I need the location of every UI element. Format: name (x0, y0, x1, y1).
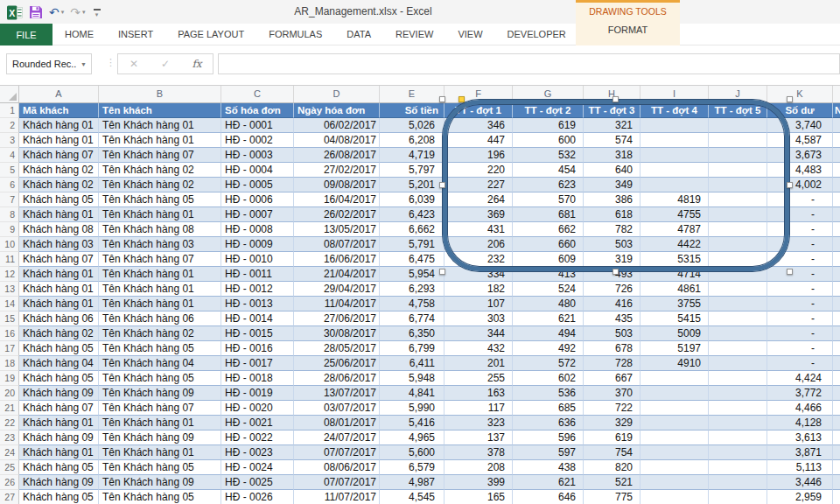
cell[interactable]: Khách hàng 07 (19, 252, 99, 267)
cell[interactable]: 09/08/2017 (294, 178, 380, 192)
cell[interactable] (709, 326, 767, 341)
cell[interactable]: 685 (513, 401, 584, 416)
cell[interactable]: 597 (513, 445, 584, 460)
cell[interactable]: HĐ - 0021 (221, 416, 294, 430)
cell[interactable]: 06/02/2017 (294, 118, 380, 133)
cell-clipped[interactable] (833, 445, 840, 460)
cell[interactable]: 621 (513, 312, 584, 326)
cell[interactable]: Tên Khách hàng 06 (99, 312, 221, 326)
tab-home[interactable]: HOME (52, 24, 106, 45)
row-header-14[interactable]: 14 (0, 297, 19, 312)
cell[interactable] (709, 475, 767, 490)
cell[interactable]: 29/04/2017 (294, 282, 380, 297)
tab-view[interactable]: VIEW (445, 24, 494, 45)
row-header-19[interactable]: 19 (0, 371, 19, 386)
cell[interactable]: 208 (444, 460, 513, 475)
cell[interactable]: Tên Khách hàng 04 (99, 356, 221, 371)
cell[interactable]: 11/07/2017 (294, 490, 380, 504)
cell[interactable]: 13/07/2017 (294, 386, 380, 401)
rounded-rectangle-shape[interactable] (443, 100, 789, 271)
cell[interactable]: Khách hàng 01 (19, 416, 99, 430)
cell[interactable]: Tên Khách hàng 01 (99, 416, 221, 430)
cell[interactable]: Khách hàng 05 (19, 460, 99, 475)
cell[interactable]: HĐ - 0024 (221, 460, 294, 475)
cell[interactable]: 26/02/2017 (294, 207, 380, 222)
cell-clipped[interactable] (833, 118, 840, 133)
cell-clipped[interactable] (833, 282, 840, 297)
cell[interactable]: Khách hàng 07 (19, 148, 99, 163)
cell[interactable]: 4,424 (767, 371, 833, 386)
undo-dropdown-icon[interactable]: ▾ (61, 9, 65, 16)
cell[interactable]: 255 (444, 371, 513, 386)
cell[interactable]: 27/02/2017 (294, 163, 380, 178)
header-cell[interactable]: Tên khách (99, 103, 221, 118)
cell[interactable] (640, 475, 709, 490)
cell[interactable]: Khách hàng 06 (19, 312, 99, 326)
cell[interactable]: 3,613 (767, 430, 833, 445)
cell[interactable]: 163 (444, 386, 513, 401)
cell[interactable]: 182 (444, 282, 513, 297)
select-all-button[interactable] (0, 86, 19, 102)
cell-clipped[interactable] (833, 148, 840, 163)
cell[interactable]: Khách hàng 02 (19, 326, 99, 341)
cell[interactable]: 4,128 (767, 416, 833, 430)
cell-clipped[interactable] (833, 341, 840, 356)
tab-file[interactable]: FILE (0, 24, 52, 46)
cell[interactable]: Tên Khách hàng 05 (99, 192, 221, 207)
cell[interactable] (640, 386, 709, 401)
cell[interactable]: HĐ - 0002 (221, 133, 294, 148)
cell-clipped[interactable] (833, 386, 840, 401)
cell[interactable]: Khách hàng 04 (19, 356, 99, 371)
cell-clipped[interactable] (833, 312, 840, 326)
row-header-20[interactable]: 20 (0, 386, 19, 401)
cell[interactable] (709, 356, 767, 371)
cell[interactable]: 5009 (640, 326, 709, 341)
cell[interactable]: 329 (584, 416, 640, 430)
cell[interactable]: 5,954 (380, 267, 444, 282)
column-header-C[interactable]: C (221, 86, 294, 102)
cell[interactable]: 13/05/2017 (294, 222, 380, 237)
cell[interactable]: Khách hàng 03 (19, 237, 99, 252)
cell-clipped[interactable] (833, 207, 840, 222)
cell[interactable]: Khách hàng 02 (19, 163, 99, 178)
cell[interactable]: 24/07/2017 (294, 430, 380, 445)
cell[interactable]: 728 (584, 356, 640, 371)
handle-mid-right[interactable] (787, 182, 793, 188)
cell[interactable]: - (767, 282, 833, 297)
cell[interactable]: 602 (513, 371, 584, 386)
cell-clipped[interactable] (833, 401, 840, 416)
cell[interactable]: Tên Khách hàng 01 (99, 118, 221, 133)
cell[interactable]: Tên Khách hàng 05 (99, 341, 221, 356)
cell[interactable]: Tên Khách hàng 01 (99, 297, 221, 312)
cell[interactable]: Khách hàng 08 (19, 222, 99, 237)
cell[interactable]: 30/08/2017 (294, 326, 380, 341)
column-header-clipped[interactable] (833, 86, 840, 102)
cell[interactable]: 28/05/2017 (294, 341, 380, 356)
cell[interactable]: 4,466 (767, 401, 833, 416)
cell[interactable]: Khách hàng 05 (19, 490, 99, 504)
name-box[interactable]: Rounded Rec... ▼ (6, 53, 92, 74)
cell[interactable]: 521 (584, 475, 640, 490)
cell[interactable]: Khách hàng 01 (19, 445, 99, 460)
cell[interactable]: HĐ - 0023 (221, 445, 294, 460)
cell[interactable]: 480 (513, 297, 584, 312)
cell[interactable]: 5,948 (380, 371, 444, 386)
cell[interactable]: Tên Khách hàng 02 (99, 326, 221, 341)
cell[interactable]: 5,600 (380, 445, 444, 460)
cell[interactable]: 08/06/2017 (294, 460, 380, 475)
cell[interactable] (640, 445, 709, 460)
cell[interactable]: 820 (584, 460, 640, 475)
cell-clipped[interactable] (833, 460, 840, 475)
redo-dropdown-icon[interactable]: ▾ (82, 9, 86, 16)
formula-input[interactable] (218, 53, 840, 74)
handle-top-left[interactable] (439, 96, 445, 102)
cell-clipped[interactable] (833, 133, 840, 148)
cell[interactable]: HĐ - 0008 (221, 222, 294, 237)
cell[interactable] (709, 341, 767, 356)
cell[interactable] (709, 416, 767, 430)
tab-developer[interactable]: DEVELOPER (495, 24, 578, 45)
cell[interactable]: 03/07/2017 (294, 401, 380, 416)
cell[interactable]: - (767, 297, 833, 312)
cell[interactable]: 4,758 (380, 297, 444, 312)
cell[interactable]: HĐ - 0009 (221, 237, 294, 252)
